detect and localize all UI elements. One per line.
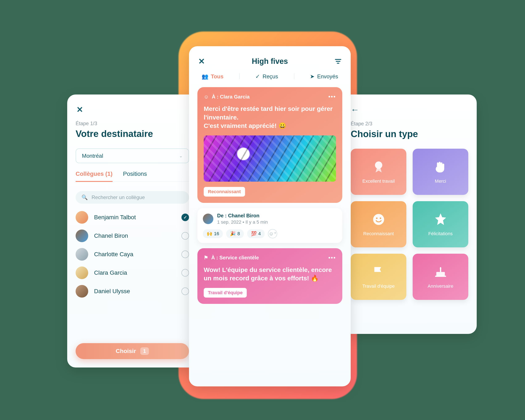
more-icon[interactable]: •••	[328, 254, 336, 261]
tile-label: Merci	[435, 178, 446, 184]
filter-icon[interactable]	[334, 59, 342, 64]
type-tile-anniversaire[interactable]: Anniversaire	[413, 254, 468, 300]
svg-point-7	[440, 267, 441, 270]
location-select[interactable]: Montréal ⌄	[75, 149, 189, 163]
add-reaction-button[interactable]: ☺⁺	[268, 229, 277, 238]
hand-icon	[433, 160, 448, 174]
close-icon[interactable]: ✕	[197, 57, 206, 66]
tile-label: Reconnaissant	[363, 231, 394, 236]
smile-icon: ☺	[204, 94, 209, 100]
avatar	[75, 248, 88, 261]
choose-button[interactable]: Choisir 1	[75, 343, 189, 359]
reaction-chip[interactable]: 🙌 16	[203, 229, 223, 238]
tab-positions[interactable]: Positions	[123, 170, 147, 181]
type-tile-felicitations[interactable]: Félicitations	[413, 201, 468, 247]
smile-icon	[371, 212, 386, 227]
star-icon	[433, 212, 448, 227]
location-value: Montréal	[82, 153, 103, 159]
colleague-name: Chanel Biron	[94, 233, 176, 239]
colleague-name: Daniel Ulysse	[94, 288, 176, 295]
users-icon: 👥	[202, 73, 208, 80]
tile-label: Excellent travail	[362, 178, 394, 184]
chevron-down-icon: ⌄	[179, 153, 183, 158]
list-item[interactable]: Charlotte Caya	[75, 248, 189, 261]
type-tile-excellent[interactable]: Excellent travail	[351, 149, 406, 195]
radio[interactable]	[181, 232, 189, 240]
list-item[interactable]: Benjamin Talbot ✓	[75, 211, 189, 224]
svg-rect-5	[435, 276, 446, 277]
segment-sent[interactable]: ➤ Envoyés	[310, 73, 338, 80]
step-label: Étape 2/3	[351, 121, 468, 127]
separator	[294, 73, 294, 79]
reaction-emoji: 🙌	[207, 231, 212, 236]
back-icon[interactable]: ←	[351, 105, 468, 114]
reactions: 🙌 16 🎉 8 💯 4 ☺⁺	[203, 229, 337, 238]
header-title: High fives	[252, 57, 288, 66]
reaction-count: 8	[237, 231, 240, 236]
colleague-list: Benjamin Talbot ✓ Chanel Biron Charlotte…	[75, 211, 189, 298]
type-grid: Excellent travail Merci Reconnaissant Fé…	[351, 149, 468, 300]
type-tile-merci[interactable]: Merci	[413, 149, 468, 195]
step-label: Étape 1/3	[75, 121, 189, 126]
close-icon[interactable]: ✕	[75, 105, 84, 114]
radio[interactable]	[181, 251, 189, 258]
card-tag: Travail d'équipe	[204, 288, 247, 298]
from-block: De : Chanel Biron 1 sep. 2022 • Il y a 5…	[197, 208, 342, 243]
colleague-name: Clara Garcia	[94, 270, 176, 276]
cake-icon	[433, 265, 448, 279]
colleague-name: Benjamin Talbot	[94, 214, 176, 221]
type-panel: ← Étape 2/3 Choisir un type Excellent tr…	[342, 94, 477, 334]
search-input[interactable]: 🔍 Rechercher un collègue	[75, 191, 189, 204]
reaction-emoji: 🎉	[230, 231, 236, 236]
flag-icon	[371, 265, 386, 279]
reaction-count: 4	[258, 231, 261, 236]
reaction-count: 16	[214, 231, 219, 236]
tab-colleagues[interactable]: Collègues (1)	[75, 170, 112, 182]
list-item[interactable]: Chanel Biron	[75, 230, 189, 242]
colleague-name: Charlotte Caya	[94, 251, 176, 258]
radio[interactable]	[181, 269, 189, 277]
type-tile-reconnaissant[interactable]: Reconnaissant	[351, 201, 406, 247]
card-tag: Reconnaissant	[204, 187, 245, 196]
radio-selected[interactable]: ✓	[181, 214, 189, 221]
card-header: ⚑ À : Service clientèle •••	[204, 254, 336, 261]
radio[interactable]	[181, 288, 189, 295]
flag-icon: ⚑	[204, 255, 208, 261]
card-to: À : Clara Garcia	[212, 94, 250, 100]
header: ✕ High fives	[197, 57, 342, 66]
page-title: Votre destinataire	[75, 129, 189, 139]
list-item[interactable]: Daniel Ulysse	[75, 285, 189, 298]
highfive-card: ☺ À : Clara Garcia ••• Merci d'être rest…	[197, 87, 342, 203]
search-placeholder: Rechercher un collègue	[92, 195, 145, 200]
type-tile-travail-equipe[interactable]: Travail d'équipe	[351, 254, 406, 300]
tile-label: Anniversaire	[428, 283, 453, 289]
feed: ☺ À : Clara Garcia ••• Merci d'être rest…	[197, 87, 342, 304]
more-icon[interactable]: •••	[328, 93, 336, 100]
avatar	[75, 285, 88, 298]
avatar	[75, 267, 88, 279]
card-to: À : Service clientèle	[211, 255, 259, 261]
list-item[interactable]: Clara Garcia	[75, 267, 189, 279]
avatar	[75, 230, 88, 242]
card-gif	[204, 135, 336, 182]
highfive-card: ⚑ À : Service clientèle ••• Wow! L'équip…	[197, 248, 342, 304]
card-message: Wow! L'équipe du service clientèle, enco…	[204, 266, 336, 283]
search-icon: 🔍	[82, 195, 88, 200]
feed-panel: ✕ High fives 👥 Tous ✓ Reçus ➤ Envoyés	[189, 46, 351, 386]
svg-rect-4	[436, 272, 445, 276]
card-message: Merci d'être restée tard hier soir pour …	[204, 105, 336, 130]
tile-label: Félicitations	[428, 231, 452, 236]
segment-control: 👥 Tous ✓ Reçus ➤ Envoyés	[197, 73, 342, 80]
medal-icon	[371, 160, 386, 174]
segment-received[interactable]: ✓ Reçus	[255, 73, 278, 80]
svg-point-0	[375, 161, 382, 169]
page-title: Choisir un type	[351, 129, 468, 139]
reaction-chip[interactable]: 🎉 8	[226, 229, 244, 238]
reaction-chip[interactable]: 💯 4	[247, 229, 265, 238]
recipient-tabs: Collègues (1) Positions	[75, 170, 189, 182]
from-meta: 1 sep. 2022 • Il y a 5 min	[217, 219, 268, 225]
segment-all[interactable]: 👥 Tous	[202, 73, 224, 80]
avatar	[203, 214, 213, 224]
check-icon: ✓	[255, 73, 260, 80]
svg-point-3	[380, 218, 381, 219]
